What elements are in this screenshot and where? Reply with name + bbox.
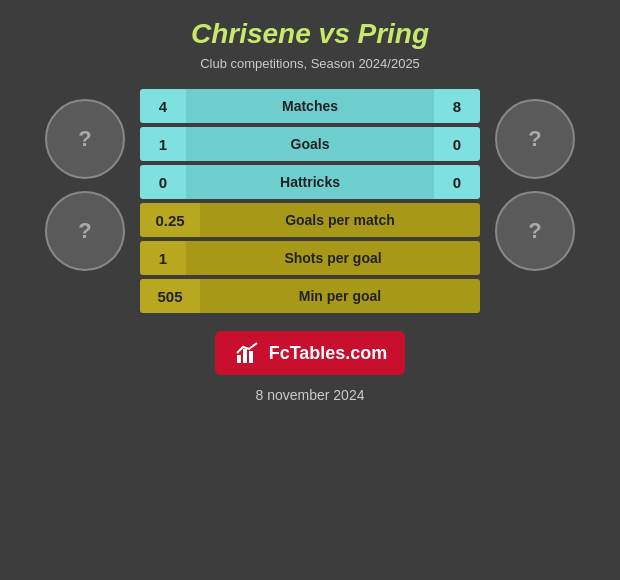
svg-rect-2: [249, 351, 253, 363]
stat-row-matches: 4 Matches 8: [140, 89, 480, 123]
stat-matches-left: 4: [140, 89, 186, 123]
stat-hattricks-label: Hattricks: [186, 165, 434, 199]
team-right-col: ? ?: [480, 89, 590, 271]
team-left-badge2: ?: [45, 191, 125, 271]
page-title: Chrisene vs Pring: [191, 18, 429, 50]
stat-goals-right: 0: [434, 127, 480, 161]
stat-matches-label: Matches: [186, 89, 434, 123]
stat-hattricks-left: 0: [140, 165, 186, 199]
team-right-badge2: ?: [495, 191, 575, 271]
stat-row-mpg: 505 Min per goal: [140, 279, 480, 313]
team-left-col: ? ?: [30, 89, 140, 271]
stat-spg-label: Shots per goal: [186, 241, 480, 275]
stat-gpm-label: Goals per match: [200, 203, 480, 237]
team-right-badge-label: ?: [528, 126, 541, 152]
stat-row-hattricks: 0 Hattricks 0: [140, 165, 480, 199]
stat-goals-left: 1: [140, 127, 186, 161]
stat-row-gpm: 0.25 Goals per match: [140, 203, 480, 237]
stats-col: 4 Matches 8 1 Goals 0 0 Hattricks 0 0.25…: [140, 89, 480, 313]
logo-area: FcTables.com: [215, 331, 406, 375]
svg-rect-1: [243, 349, 247, 363]
team-right-badge: ?: [495, 99, 575, 179]
stat-row-spg: 1 Shots per goal: [140, 241, 480, 275]
stat-mpg-label: Min per goal: [200, 279, 480, 313]
svg-rect-0: [237, 355, 241, 363]
stat-row-goals: 1 Goals 0: [140, 127, 480, 161]
stat-mpg-left: 505: [140, 279, 200, 313]
logo-text: FcTables.com: [269, 343, 388, 364]
main-content: ? ? 4 Matches 8 1 Goals 0 0 Hatt: [10, 89, 610, 313]
stat-spg-left: 1: [140, 241, 186, 275]
team-left-badge: ?: [45, 99, 125, 179]
team-left-badge2-label: ?: [78, 218, 91, 244]
team-right-badge2-label: ?: [528, 218, 541, 244]
stat-goals-label: Goals: [186, 127, 434, 161]
stat-gpm-left: 0.25: [140, 203, 200, 237]
team-left-badge-label: ?: [78, 126, 91, 152]
page-subtitle: Club competitions, Season 2024/2025: [200, 56, 420, 71]
page-wrapper: Chrisene vs Pring Club competitions, Sea…: [0, 0, 620, 580]
stat-hattricks-right: 0: [434, 165, 480, 199]
footer-date: 8 november 2024: [256, 387, 365, 403]
stat-matches-right: 8: [434, 89, 480, 123]
logo-chart-icon: [233, 339, 261, 367]
